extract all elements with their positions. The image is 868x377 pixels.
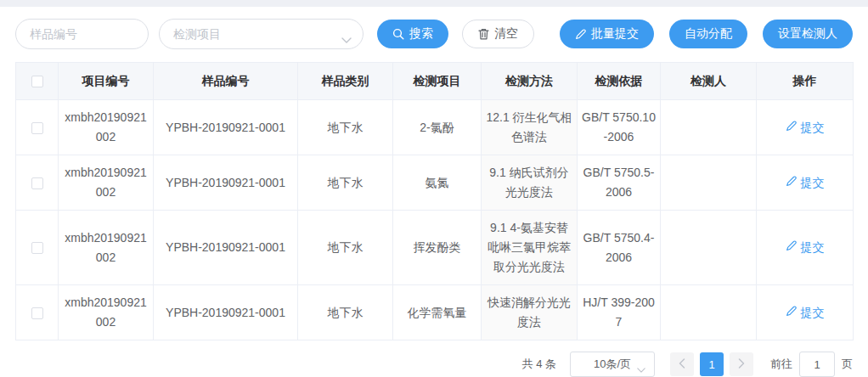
table-row: xmbh20190921002 YPBH-20190921-0001 地下水 2… <box>16 100 854 155</box>
page-jumper: 前往 页 <box>770 352 853 377</box>
cell-tester <box>661 100 757 155</box>
submit-link[interactable]: 提交 <box>786 238 825 257</box>
cell-project-no: xmbh20190921002 <box>59 155 154 211</box>
prev-page-button[interactable] <box>670 352 694 376</box>
test-item-select[interactable] <box>159 19 364 49</box>
top-strip <box>0 0 868 7</box>
sample-no-input[interactable] <box>15 19 149 49</box>
edit-icon <box>786 173 797 193</box>
clear-button-label: 清空 <box>494 26 518 42</box>
cell-method: 9.1 纳氏试剂分光光度法 <box>482 155 578 211</box>
row-checkbox[interactable] <box>31 242 43 254</box>
cell-sample-no: YPBH-20190921-0001 <box>154 211 298 285</box>
cell-item: 2-氯酚 <box>393 100 482 155</box>
goto-page-input[interactable] <box>799 352 835 377</box>
submit-link-label: 提交 <box>801 173 825 193</box>
page-number-1[interactable]: 1 <box>700 352 724 376</box>
table-row: xmbh20190921002 YPBH-20190921-0001 地下水 化… <box>16 285 854 340</box>
col-header-action: 操作 <box>757 63 854 100</box>
auto-assign-button[interactable]: 自动分配 <box>669 20 747 48</box>
row-checkbox[interactable] <box>31 122 43 134</box>
test-item-filter <box>159 19 364 49</box>
submit-link-label: 提交 <box>801 118 825 138</box>
table-header-row: 项目编号 样品编号 样品类别 检测项目 检测方法 检测依据 检测人 操作 <box>16 63 854 100</box>
cell-method: 12.1 衍生化气相色谱法 <box>482 100 578 155</box>
cell-sample-no: YPBH-20190921-0001 <box>154 285 298 340</box>
cell-category: 地下水 <box>298 285 393 340</box>
submit-link-label: 提交 <box>801 303 825 323</box>
cell-item: 氨氮 <box>393 155 482 211</box>
cell-basis: GB/T 5750.5-2006 <box>578 155 661 211</box>
cell-basis: GB/T 5750.10-2006 <box>578 100 661 155</box>
cell-project-no: xmbh20190921002 <box>59 100 154 155</box>
col-header-tester: 检测人 <box>661 63 757 100</box>
cell-basis: HJ/T 399-2007 <box>578 285 661 340</box>
page-size-value: 10条/页 <box>594 357 631 372</box>
row-checkbox[interactable] <box>31 177 43 189</box>
col-header-basis: 检测依据 <box>578 63 661 100</box>
table-row: xmbh20190921002 YPBH-20190921-0001 地下水 氨… <box>16 155 854 211</box>
cell-tester <box>661 155 757 211</box>
cell-category: 地下水 <box>298 155 393 211</box>
next-page-button[interactable] <box>730 352 753 376</box>
cell-method: 9.1 4-氨基安替吡啉三氯甲烷萃取分光光度法 <box>482 211 578 285</box>
col-header-method: 检测方法 <box>482 63 578 100</box>
sample-no-filter <box>15 19 149 49</box>
arrow-left-icon <box>679 358 685 371</box>
cell-category: 地下水 <box>298 100 393 155</box>
goto-label: 前往 <box>770 357 792 372</box>
batch-submit-button[interactable]: 批量提交 <box>560 20 654 48</box>
submit-link[interactable]: 提交 <box>786 118 825 138</box>
select-all-checkbox[interactable] <box>31 76 43 87</box>
cell-method: 快速消解分光光度法 <box>482 285 578 340</box>
submit-link[interactable]: 提交 <box>786 173 825 193</box>
pagination-bar: 共 4 条 10条/页 1 前往 页 <box>0 352 853 377</box>
col-header-sample-no: 样品编号 <box>154 63 298 100</box>
cell-item: 化学需氧量 <box>393 285 482 340</box>
filter-toolbar: 搜索 清空 批量提交 自动分配 设置检测人 <box>15 19 853 49</box>
col-header-project-no: 项目编号 <box>59 63 154 100</box>
submit-link-label: 提交 <box>801 238 825 257</box>
results-table: 项目编号 样品编号 样品类别 检测项目 检测方法 检测依据 检测人 操作 xmb… <box>15 62 854 340</box>
clear-button[interactable]: 清空 <box>462 20 534 48</box>
page-unit-label: 页 <box>842 357 853 372</box>
total-count: 共 4 条 <box>522 357 556 372</box>
cell-item: 挥发酚类 <box>393 211 482 285</box>
chevron-down-icon <box>637 363 645 375</box>
cell-basis: GB/T 5750.4-2006 <box>578 211 661 285</box>
page-size-select[interactable]: 10条/页 <box>570 352 655 377</box>
row-checkbox[interactable] <box>31 307 43 319</box>
cell-sample-no: YPBH-20190921-0001 <box>154 155 298 211</box>
search-button-label: 搜索 <box>409 26 433 42</box>
search-icon <box>392 28 404 40</box>
cell-tester <box>661 211 757 285</box>
col-header-item: 检测项目 <box>393 63 482 100</box>
edit-icon <box>786 303 797 323</box>
cell-project-no: xmbh20190921002 <box>59 285 154 340</box>
auto-assign-label: 自动分配 <box>685 26 732 42</box>
edit-icon <box>575 29 586 40</box>
cell-project-no: xmbh20190921002 <box>59 211 154 285</box>
trash-icon <box>478 28 489 40</box>
edit-icon <box>786 118 797 138</box>
batch-submit-label: 批量提交 <box>591 26 639 42</box>
col-header-category: 样品类别 <box>298 63 393 100</box>
edit-icon <box>786 238 797 257</box>
table-row: xmbh20190921002 YPBH-20190921-0001 地下水 挥… <box>16 211 854 285</box>
arrow-right-icon <box>738 358 745 371</box>
cell-category: 地下水 <box>298 211 393 285</box>
cell-sample-no: YPBH-20190921-0001 <box>154 100 298 155</box>
set-tester-button[interactable]: 设置检测人 <box>763 20 853 48</box>
cell-tester <box>661 285 757 340</box>
set-tester-label: 设置检测人 <box>778 26 837 42</box>
search-button[interactable]: 搜索 <box>377 20 448 48</box>
submit-link[interactable]: 提交 <box>786 303 825 323</box>
